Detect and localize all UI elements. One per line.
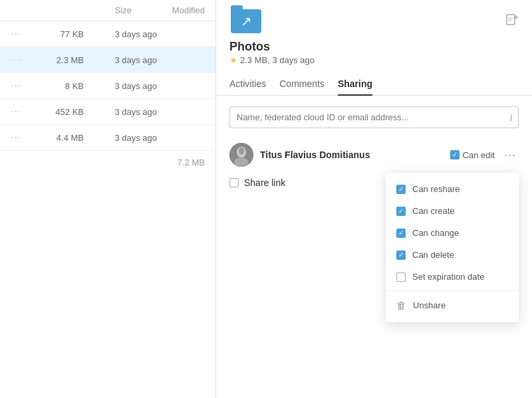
more-button[interactable]: ··· <box>11 132 31 144</box>
file-size: 2.3 MB <box>31 55 84 65</box>
file-size: 452 KB <box>31 107 84 117</box>
can-change-label: Can change <box>412 228 508 238</box>
detail-panel: ↗ Photos ★ 2.3 MB, 3 days ago Activities… <box>216 0 532 398</box>
can-reshare-checkbox[interactable] <box>396 185 406 194</box>
can-edit-wrap: Can edit <box>450 150 495 160</box>
user-name: Titus Flavius Domitianus <box>260 149 444 160</box>
folder-meta: ★ 2.3 MB, 3 days ago <box>216 55 532 73</box>
can-create-checkbox[interactable] <box>396 207 406 216</box>
info-icon: i <box>510 112 512 123</box>
folder-icon: ↗ <box>231 9 261 33</box>
can-edit-label: Can edit <box>463 150 495 160</box>
dropdown-divider <box>386 290 519 291</box>
file-row[interactable]: ··· 452 KB 3 days ago <box>0 99 215 125</box>
can-delete-item[interactable]: Can delete <box>386 244 519 266</box>
permissions-dropdown: Can reshare Can create Can change Can de… <box>386 173 519 322</box>
folder-header: ↗ <box>216 0 532 40</box>
unshare-label: Unshare <box>413 300 508 310</box>
unshare-item[interactable]: 🗑 Unshare <box>386 294 519 317</box>
file-modified: 3 days ago <box>84 29 157 39</box>
user-options-button[interactable]: ··· <box>501 147 519 163</box>
file-list-header: Size Modified <box>0 0 215 21</box>
tab-comments[interactable]: Comments <box>279 73 325 96</box>
more-button[interactable]: ··· <box>11 28 31 40</box>
share-search-input[interactable] <box>229 106 519 128</box>
file-row[interactable]: ··· 77 KB 3 days ago <box>0 21 215 47</box>
can-reshare-item[interactable]: Can reshare <box>386 178 519 200</box>
file-modified: 3 days ago <box>84 81 157 91</box>
file-size: 8 KB <box>31 81 84 91</box>
more-button[interactable]: ··· <box>11 80 31 92</box>
total-size: 7.2 MB <box>152 157 205 167</box>
file-size: 4.4 MB <box>31 133 84 143</box>
can-change-checkbox[interactable] <box>396 229 406 238</box>
export-icon[interactable] <box>505 13 519 30</box>
avatar <box>229 143 253 167</box>
more-button[interactable]: ··· <box>11 106 31 118</box>
trash-icon: 🗑 <box>396 300 406 311</box>
file-size: 77 KB <box>31 29 84 39</box>
file-row[interactable]: ··· 4.4 MB 3 days ago <box>0 125 215 151</box>
can-delete-label: Can delete <box>412 250 508 260</box>
folder-meta-text: 2.3 MB, 3 days ago <box>240 55 315 65</box>
can-delete-checkbox[interactable] <box>396 250 406 260</box>
set-expiration-checkbox[interactable] <box>396 272 406 282</box>
share-link-label: Share link <box>244 177 285 188</box>
folder-title: Photos <box>216 40 532 55</box>
svg-rect-0 <box>507 15 515 25</box>
can-reshare-label: Can reshare <box>412 184 508 194</box>
can-change-item[interactable]: Can change <box>386 222 519 244</box>
share-input-wrap: i <box>229 106 519 128</box>
set-expiration-label: Set expiration date <box>412 272 508 282</box>
file-modified: 3 days ago <box>84 133 157 143</box>
folder-icon-wrap: ↗ <box>229 8 263 35</box>
star-icon: ★ <box>229 55 237 65</box>
file-modified: 3 days ago <box>84 55 157 65</box>
share-link-checkbox[interactable] <box>229 178 239 187</box>
file-row[interactable]: ··· 8 KB 3 days ago <box>0 73 215 99</box>
file-list-summary: 7.2 MB <box>0 151 215 174</box>
file-row[interactable]: ··· 2.3 MB 3 days ago <box>0 47 215 73</box>
share-arrow-icon: ↗ <box>241 13 252 29</box>
file-list-panel: Size Modified ··· 77 KB 3 days ago ··· 2… <box>0 0 216 398</box>
svg-point-5 <box>239 148 244 154</box>
tabs: Activities Comments Sharing <box>216 73 532 96</box>
can-edit-checkbox[interactable] <box>450 150 460 159</box>
tab-activities[interactable]: Activities <box>229 73 266 96</box>
file-modified: 3 days ago <box>84 107 157 117</box>
user-row: Titus Flavius Domitianus Can edit ··· <box>229 139 519 171</box>
can-create-label: Can create <box>412 206 508 216</box>
can-create-item[interactable]: Can create <box>386 200 519 222</box>
tab-sharing[interactable]: Sharing <box>338 73 372 96</box>
avatar-image <box>229 143 253 167</box>
size-column-header: Size <box>78 5 132 15</box>
more-button[interactable]: ··· <box>11 54 31 66</box>
modified-column-header: Modified <box>132 5 205 15</box>
set-expiration-item[interactable]: Set expiration date <box>386 266 519 288</box>
